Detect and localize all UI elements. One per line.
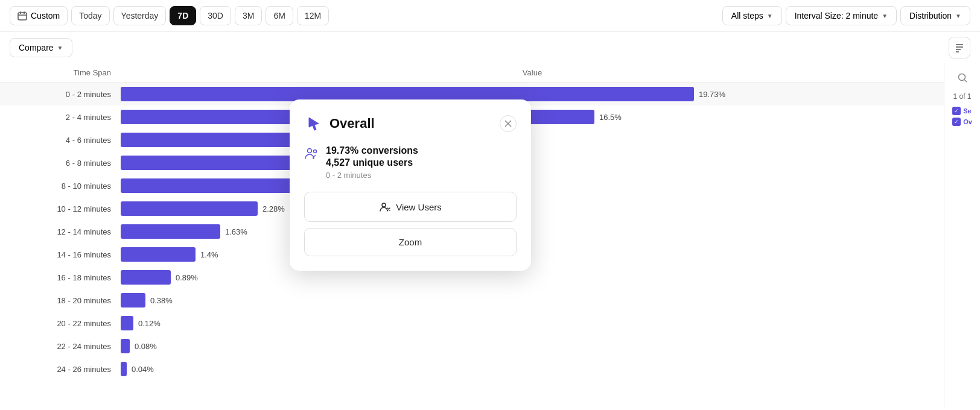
chart-view-button[interactable]	[949, 37, 970, 58]
legend-item[interactable]: ✓Se	[950, 106, 975, 116]
bar-container: 17.34%	[121, 133, 944, 147]
3m-button[interactable]: 3M	[235, 6, 262, 25]
users-icon	[304, 147, 319, 164]
interval-label: Interval Size: 2 minute	[795, 11, 879, 20]
distribution-dropdown[interactable]: Distribution ▼	[900, 6, 970, 25]
chevron-down-icon: ▼	[955, 13, 961, 19]
col-timespan-header: Time Span	[0, 68, 121, 77]
row-label: 6 - 8 minutes	[0, 159, 121, 168]
bar-container: 18.01%	[121, 156, 944, 170]
zoom-button[interactable]: Zoom	[304, 228, 517, 256]
row-label: 20 - 22 minutes	[0, 319, 121, 328]
today-button[interactable]: Today	[71, 6, 109, 25]
interval-size-dropdown[interactable]: Interval Size: 2 minute ▼	[786, 6, 897, 25]
svg-point-13	[314, 150, 317, 153]
bar-value: 1.4%	[200, 250, 218, 259]
bar	[121, 270, 171, 285]
main-content: Time Span Value 0 - 2 minutes19.73%2 - 4…	[0, 63, 980, 408]
bar-value: 16.5%	[599, 113, 622, 122]
yesterday-label: Yesterday	[121, 11, 159, 20]
bar-value: 2.28%	[262, 204, 285, 213]
bar-container: 19.73%	[121, 87, 944, 101]
bar-container: 1.4%	[121, 247, 944, 262]
legend-label: Ov	[963, 118, 972, 125]
bar-container: 0.04%	[121, 362, 944, 376]
tooltip-stats: 19.73% conversions 4,527 unique users 0 …	[326, 145, 418, 180]
cursor-icon	[304, 114, 323, 133]
bar	[121, 224, 220, 239]
bar-value: 0.38%	[150, 296, 173, 305]
bar	[121, 247, 196, 262]
6m-button[interactable]: 6M	[266, 6, 293, 25]
row-label: 2 - 4 minutes	[0, 113, 121, 122]
search-button[interactable]	[953, 68, 972, 87]
row-label: 12 - 14 minutes	[0, 227, 121, 236]
all-steps-dropdown[interactable]: All steps ▼	[722, 6, 782, 25]
tooltip-overlay: Overall 19.73% conversions 4,527 uni	[290, 99, 531, 271]
chevron-down-icon: ▼	[882, 13, 888, 19]
legend-check-icon: ✓	[952, 107, 961, 115]
row-label: 0 - 2 minutes	[0, 90, 121, 99]
svg-point-14	[382, 203, 386, 207]
tooltip-title: Overall	[329, 116, 375, 131]
bar-container: 2.28%	[121, 201, 944, 216]
tooltip-conversions: 19.73% conversions	[326, 145, 418, 156]
bar-container: 0.38%	[121, 293, 944, 308]
tooltip-body: 19.73% conversions 4,527 unique users 0 …	[304, 145, 517, 180]
row-label: 24 - 26 minutes	[0, 365, 121, 374]
svg-line-9	[964, 80, 967, 83]
view-users-icon	[379, 201, 391, 213]
bar-value: 0.08%	[135, 342, 157, 351]
bar-container: 0.89%	[121, 270, 944, 285]
svg-rect-0	[18, 13, 27, 20]
svg-point-8	[958, 74, 965, 81]
table-header: Time Span Value	[0, 63, 944, 83]
zoom-label: Zoom	[399, 237, 422, 247]
chevron-down-icon: ▼	[57, 45, 63, 51]
toolbar: Custom Today Yesterday 7D 30D 3M 6M 12M …	[0, 0, 980, 32]
bar-value: 19.73%	[699, 90, 725, 99]
bar	[121, 201, 258, 216]
12m-button[interactable]: 12M	[297, 6, 329, 25]
bar-row[interactable]: 20 - 22 minutes0.12%	[0, 312, 944, 335]
list-chart-icon	[954, 42, 965, 53]
row-label: 14 - 16 minutes	[0, 250, 121, 259]
today-label: Today	[79, 11, 101, 20]
bar-value: 1.63%	[225, 227, 247, 236]
legend-items: ✓Se✓Ov	[950, 106, 975, 127]
custom-date-button[interactable]: Custom	[10, 6, 68, 25]
view-users-label: View Users	[396, 202, 442, 212]
bar-container: 18.41%	[121, 178, 944, 193]
bar-value: 0.89%	[176, 273, 198, 282]
30d-button[interactable]: 30D	[200, 6, 231, 25]
distribution-label: Distribution	[909, 11, 952, 20]
3m-label: 3M	[243, 11, 254, 20]
bar-value: 0.12%	[138, 319, 161, 328]
row-label: 22 - 24 minutes	[0, 342, 121, 351]
legend-item[interactable]: ✓Ov	[950, 116, 975, 127]
bar-row[interactable]: 22 - 24 minutes0.08%	[0, 335, 944, 358]
bar-value: 0.04%	[132, 365, 154, 374]
custom-label: Custom	[31, 11, 60, 20]
bar	[121, 293, 145, 308]
right-sidebar: 1 of 1 ✓Se✓Ov	[944, 63, 980, 408]
page-info: 1 of 1	[953, 92, 971, 101]
tooltip-header: Overall	[304, 114, 517, 133]
row-label: 16 - 18 minutes	[0, 273, 121, 282]
yesterday-button[interactable]: Yesterday	[113, 6, 167, 25]
search-icon	[957, 72, 968, 83]
all-steps-label: All steps	[731, 11, 763, 20]
row-label: 18 - 20 minutes	[0, 296, 121, 305]
view-users-button[interactable]: View Users	[304, 192, 517, 222]
compare-button[interactable]: Compare ▼	[10, 38, 72, 57]
row-label: 10 - 12 minutes	[0, 204, 121, 213]
tooltip-unique-users: 4,527 unique users	[326, 157, 418, 168]
bar	[121, 316, 133, 330]
7d-button[interactable]: 7D	[170, 6, 196, 25]
close-icon	[504, 120, 512, 127]
legend-label: Se	[963, 107, 971, 115]
compare-label: Compare	[19, 43, 54, 52]
bar-row[interactable]: 24 - 26 minutes0.04%	[0, 358, 944, 380]
tooltip-close-button[interactable]	[500, 115, 517, 132]
bar-row[interactable]: 18 - 20 minutes0.38%	[0, 289, 944, 312]
